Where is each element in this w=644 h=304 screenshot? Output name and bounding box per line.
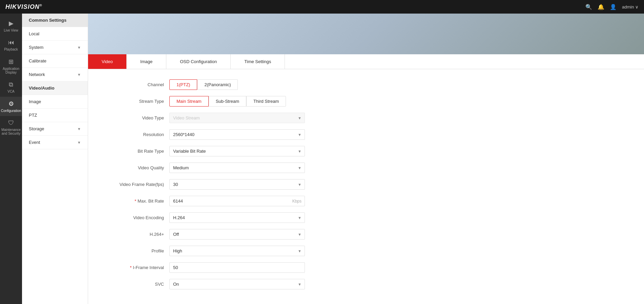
nav-item-vca[interactable]: ⧉ VCA xyxy=(0,78,22,97)
video-encoding-label: Video Encoding xyxy=(102,215,169,220)
chevron-down-icon-network: ▼ xyxy=(77,73,81,77)
content-area: Video Image OSD Configuration Time Setti… xyxy=(88,14,644,304)
tab-bar: Video Image OSD Configuration Time Setti… xyxy=(88,54,644,69)
channel-group: 1(PTZ) 2(Panoramic) xyxy=(169,79,305,90)
sidebar-item-event[interactable]: Event ▼ xyxy=(22,136,88,149)
sidebar-label-video-audio: Video/Audio xyxy=(29,86,55,91)
tab-video[interactable]: Video xyxy=(88,54,127,69)
frame-rate-label: Video Frame Rate(fps) xyxy=(102,182,169,187)
sidebar-label-event: Event xyxy=(29,140,40,145)
resolution-row: Resolution 2560*1440 1920*1080 1280*720 … xyxy=(102,129,630,140)
nav-item-maintenance-security[interactable]: 🛡 Maintenance and Security xyxy=(0,116,22,139)
sidebar-item-ptz[interactable]: PTZ xyxy=(22,109,88,122)
sidebar-label-calibrate: Calibrate xyxy=(29,58,46,63)
chevron-down-icon-event: ▼ xyxy=(77,140,81,145)
topbar: HIKVISION® 🔍 🔔 👤 admin ∨ xyxy=(0,0,644,14)
iframe-interval-wrapper xyxy=(169,262,305,273)
svc-label: SVC xyxy=(102,282,169,287)
channel-row: Channel 1(PTZ) 2(Panoramic) xyxy=(102,79,630,90)
video-quality-select-wrapper: Lowest Lower Low Medium Higher Highest ▼ xyxy=(169,163,305,173)
h264plus-row: H.264+ Off On ▼ xyxy=(102,229,630,240)
bit-rate-type-select[interactable]: Variable Bit Rate Constant Bit Rate xyxy=(169,146,305,156)
logo-text: HIKVISION xyxy=(5,3,40,10)
sidebar-item-image[interactable]: Image xyxy=(22,95,88,109)
profile-select[interactable]: Basic Main High xyxy=(169,246,305,256)
video-quality-row: Video Quality Lowest Lower Low Medium Hi… xyxy=(102,163,630,173)
nav-item-live-view[interactable]: ▶ Live View xyxy=(0,16,22,36)
resolution-select-wrapper: 2560*1440 1920*1080 1280*720 ▼ xyxy=(169,129,305,140)
svc-select[interactable]: On Off xyxy=(169,279,305,289)
kbps-unit: Kbps xyxy=(292,199,302,204)
video-type-select[interactable]: Video Stream xyxy=(169,113,305,123)
tab-video-label: Video xyxy=(102,59,113,64)
left-nav: ▶ Live View ⏮ Playback ⊞ Application Dis… xyxy=(0,14,22,304)
profile-select-wrapper: Basic Main High ▼ xyxy=(169,246,305,256)
video-encoding-select-wrapper: H.264 H.265 MJPEG ▼ xyxy=(169,212,305,223)
video-type-label: Video Type xyxy=(102,115,169,120)
channel-1ptz-button[interactable]: 1(PTZ) xyxy=(169,79,197,90)
stream-main-button[interactable]: Main Stream xyxy=(169,96,209,107)
vca-icon: ⧉ xyxy=(9,81,13,88)
maintenance-security-icon: 🛡 xyxy=(8,119,14,127)
stream-type-row: Stream Type Main Stream Sub-Stream Third… xyxy=(102,96,630,107)
sidebar-item-calibrate[interactable]: Calibrate xyxy=(22,54,88,68)
sidebar-item-system[interactable]: System ▼ xyxy=(22,41,88,54)
user-menu[interactable]: admin ∨ xyxy=(622,4,639,10)
max-bit-rate-input[interactable] xyxy=(169,196,305,206)
video-type-select-wrapper: Video Stream ▼ xyxy=(169,113,305,123)
tab-image-label: Image xyxy=(140,59,152,64)
max-bit-rate-wrapper: Kbps xyxy=(169,196,305,206)
nav-label-vca: VCA xyxy=(7,90,15,93)
sidebar-label-storage: Storage xyxy=(29,126,44,131)
video-type-row: Video Type Video Stream ▼ xyxy=(102,113,630,123)
nav-item-application-display[interactable]: ⊞ Application Display xyxy=(0,55,22,78)
sidebar-item-local[interactable]: Local xyxy=(22,27,88,41)
stream-third-button[interactable]: Third Stream xyxy=(246,96,286,107)
bit-rate-type-select-wrapper: Variable Bit Rate Constant Bit Rate ▼ xyxy=(169,146,305,156)
tab-time-settings[interactable]: Time Settings xyxy=(231,54,285,69)
nav-item-configuration[interactable]: ⚙ Configuration xyxy=(0,97,22,116)
logo-sup: ® xyxy=(40,4,42,7)
h264plus-select[interactable]: Off On xyxy=(169,229,305,240)
chevron-down-icon: ▼ xyxy=(77,45,81,50)
tab-osd-configuration[interactable]: OSD Configuration xyxy=(166,54,231,69)
tab-image[interactable]: Image xyxy=(127,54,166,69)
video-quality-label: Video Quality xyxy=(102,165,169,170)
max-bit-rate-row: Max. Bit Rate Kbps xyxy=(102,196,630,206)
iframe-interval-label: I-Frame Interval xyxy=(102,265,169,270)
frame-rate-select[interactable]: 124 6810 121620 2530 xyxy=(169,179,305,190)
nav-label-configuration: Configuration xyxy=(1,109,21,113)
search-icon[interactable]: 🔍 xyxy=(585,4,592,10)
max-bit-rate-label: Max. Bit Rate xyxy=(102,198,169,204)
resolution-select[interactable]: 2560*1440 1920*1080 1280*720 xyxy=(169,129,305,140)
sidebar-label-local: Local xyxy=(29,31,39,36)
bell-icon[interactable]: 🔔 xyxy=(598,4,604,10)
second-nav: Common Settings Local System ▼ Calibrate… xyxy=(22,14,88,304)
configuration-icon: ⚙ xyxy=(8,100,14,108)
iframe-interval-input[interactable] xyxy=(169,262,305,273)
logo: HIKVISION® xyxy=(5,3,42,11)
channel-2panoramic-button[interactable]: 2(Panoramic) xyxy=(197,79,238,90)
sidebar-item-video-audio[interactable]: Video/Audio xyxy=(22,81,88,95)
chevron-down-icon-storage: ▼ xyxy=(77,127,81,131)
frame-rate-select-wrapper: 124 6810 121620 2530 ▼ xyxy=(169,179,305,190)
stream-sub-button[interactable]: Sub-Stream xyxy=(209,96,246,107)
nav-label-playback: Playback xyxy=(4,48,18,51)
camera-banner xyxy=(88,14,644,54)
user-circle-icon[interactable]: 👤 xyxy=(610,4,617,10)
nav-label-live-view: Live View xyxy=(4,28,18,32)
channel-label: Channel xyxy=(102,82,169,87)
video-encoding-select[interactable]: H.264 H.265 MJPEG xyxy=(169,212,305,223)
application-display-icon: ⊞ xyxy=(8,58,14,65)
topbar-right: 🔍 🔔 👤 admin ∨ xyxy=(585,4,639,10)
sidebar-item-storage[interactable]: Storage ▼ xyxy=(22,122,88,136)
sidebar-label-image: Image xyxy=(29,99,41,104)
sidebar-item-network[interactable]: Network ▼ xyxy=(22,68,88,81)
form-content: Channel 1(PTZ) 2(Panoramic) Stream Type … xyxy=(88,69,644,304)
profile-row: Profile Basic Main High ▼ xyxy=(102,246,630,256)
h264plus-label: H.264+ xyxy=(102,232,169,237)
video-quality-select[interactable]: Lowest Lower Low Medium Higher Highest xyxy=(169,163,305,173)
nav-item-playback[interactable]: ⏮ Playback xyxy=(0,36,22,55)
sidebar-label-ptz: PTZ xyxy=(29,113,37,118)
resolution-label: Resolution xyxy=(102,132,169,137)
